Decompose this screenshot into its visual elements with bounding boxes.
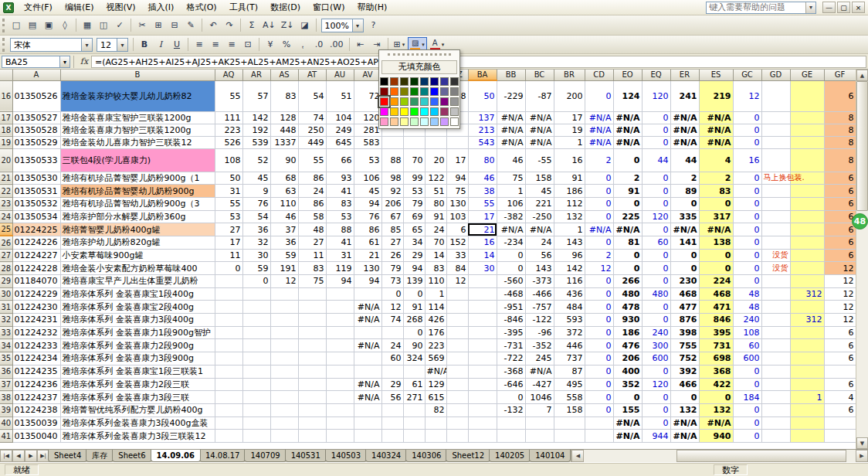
cell-B20[interactable]: 三联包4段(学儿喜康力) [60,148,215,172]
cell-AX35[interactable]: 324 [403,352,425,366]
cell-A21[interactable]: 01350530 [12,172,60,185]
cell-AU37[interactable] [326,378,354,391]
cell-EQ23[interactable]: 0 [642,197,670,210]
cell-AY28[interactable]: 83 [425,262,446,275]
cell-ER20[interactable]: 44 [670,148,699,172]
cell-ER36[interactable]: 392 [670,365,699,378]
color-swatch-FFFF00[interactable] [400,107,409,116]
cell-CD19[interactable]: #N/A [585,136,613,148]
cell-BA36[interactable] [468,365,497,378]
row-header-19[interactable]: 19 [0,136,12,148]
cell-BR23[interactable]: 112 [554,197,585,210]
cell-AU22[interactable]: 41 [326,185,354,198]
cell-EQ36[interactable]: 0 [642,365,670,378]
color-swatch-333300[interactable] [400,77,409,86]
color-swatch-808000[interactable] [400,87,409,96]
cell-GC34[interactable]: 60 [733,339,761,352]
row-header-27[interactable]: 27 [0,249,12,262]
cell-B39[interactable]: 雅培菁智优纯系列配方婴儿奶粉400g [60,403,215,416]
cell-AW25[interactable]: 85 [381,223,403,236]
color-swatch-000000[interactable] [380,77,388,86]
cell-CD22[interactable]: 0 [585,185,613,198]
cell-ER35[interactable]: 752 [670,352,699,366]
color-swatch-333399[interactable] [440,77,449,86]
cell-BR39[interactable]: 158 [554,403,585,416]
cell-B17[interactable]: 雅培金装喜康宝智护三联装1200g [60,111,215,124]
cell-EO24[interactable]: 225 [613,210,642,223]
copy-icon[interactable]: ⊞ [151,18,166,32]
menu-item-编辑(E)[interactable]: 编辑(E) [59,0,100,15]
cell-AR19[interactable]: 539 [242,136,270,148]
cell-AT24[interactable]: 58 [298,210,326,223]
cell-GE28[interactable] [790,262,824,275]
cell-ES39[interactable]: 132 [699,403,733,416]
insert-function-icon[interactable]: fx [77,56,91,66]
cell-AV34[interactable]: #N/A [354,339,381,352]
cell-EO19[interactable]: #N/A [613,136,642,148]
cell-BB35[interactable]: -722 [497,352,525,366]
cell-B37[interactable]: 雅培亲体系列 金装喜康力2段三联 [60,378,215,391]
cell-BB40[interactable] [497,416,525,430]
column-header-GD[interactable]: GD [761,70,790,80]
cell-B33[interactable]: 雅培亲体系列 金装喜康力1段900g智护 [60,326,215,339]
cell-AR39[interactable] [242,403,270,416]
cell-B18[interactable]: 雅培金装喜康力智护三联装1200g [60,124,215,136]
cell-BA29[interactable] [468,275,497,288]
sheet-tab-库存[interactable]: 库存 [86,450,114,462]
cell-A20[interactable]: 01350533 [12,148,60,172]
cell-AR35[interactable] [242,352,270,366]
cell-GF22[interactable]: 6 [824,185,856,198]
cell-AU34[interactable] [326,339,354,352]
cell-GF24[interactable]: 6 [824,210,856,223]
cell-AZ38[interactable] [446,391,468,404]
cell-GC23[interactable]: 0 [733,197,761,210]
cell-AY26[interactable]: 70 [425,236,446,249]
cell-GC40[interactable]: 0 [733,416,761,430]
cell-CD35[interactable]: 0 [585,352,613,366]
cell-AV35[interactable] [354,352,381,366]
currency-button[interactable]: ¥ [263,37,278,52]
cell-GE37[interactable] [790,378,824,391]
cell-BC41[interactable] [525,430,554,443]
cell-GD29[interactable] [761,275,790,288]
row-header-26[interactable]: 26 [0,236,12,249]
cell-AU33[interactable] [326,326,354,339]
sheet-tab-Sheet6[interactable]: Sheet6 [112,450,151,462]
cell-EQ33[interactable]: 240 [642,326,670,339]
row-header-23[interactable]: 23 [0,197,12,210]
cell-ES20[interactable]: 4 [699,148,733,172]
color-swatch-FF00FF[interactable] [380,107,388,116]
cell-BA27[interactable]: 14 [468,249,497,262]
cell-BB39[interactable]: -132 [497,403,525,416]
sheet-tab-140205[interactable]: 140205 [489,450,531,462]
name-box[interactable]: BA25 [2,56,60,68]
cell-GC35[interactable]: 600 [733,352,761,366]
cell-AZ37[interactable] [446,378,468,391]
align-center-button[interactable]: ≡ [208,37,223,52]
cell-AU40[interactable] [326,416,354,430]
row-header-36[interactable]: 36 [0,365,12,378]
cell-AX41[interactable] [403,430,425,443]
color-swatch-969696[interactable] [450,97,459,106]
cell-BA23[interactable]: 55 [468,197,497,210]
cell-A30[interactable]: 01224229 [12,287,60,301]
cell-AQ27[interactable]: 11 [215,249,242,262]
cell-BC30[interactable]: -466 [525,287,554,301]
cell-BR37[interactable]: 495 [554,378,585,391]
cell-AY41[interactable] [425,430,446,443]
cell-BR26[interactable]: 143 [554,236,585,249]
cell-GC32[interactable]: 240 [733,314,761,327]
cell-AR26[interactable]: 32 [242,236,270,249]
cell-BB23[interactable]: 106 [497,197,525,210]
cell-GC27[interactable]: 0 [733,249,761,262]
cell-EQ30[interactable]: 480 [642,287,670,301]
cell-EO16[interactable]: 124 [613,80,642,111]
cell-AQ25[interactable]: 27 [215,223,242,236]
cell-AT37[interactable] [298,378,326,391]
cell-A37[interactable]: 01224236 [12,378,60,391]
cell-EQ16[interactable]: 120 [642,80,670,111]
cell-GD20[interactable] [761,148,790,172]
cell-AW37[interactable]: 29 [381,378,403,391]
chevron-down-icon[interactable]: ▾ [402,42,405,48]
cell-AT38[interactable] [298,391,326,404]
